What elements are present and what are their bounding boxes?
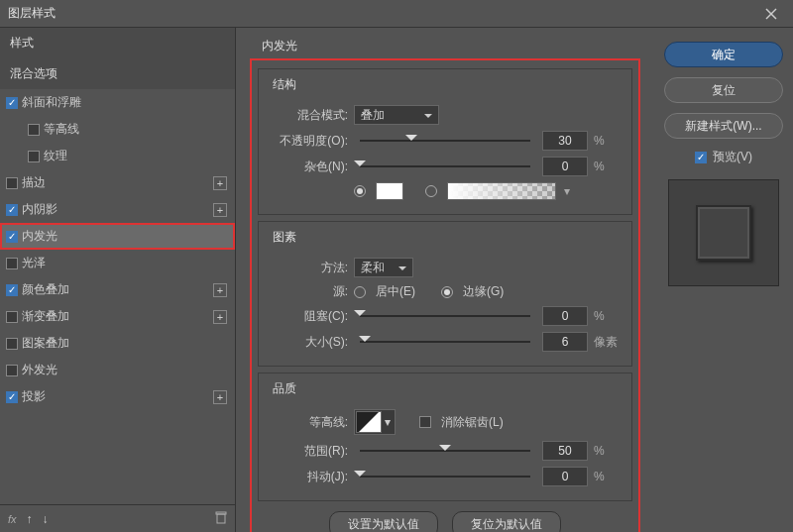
checkbox-icon[interactable]: [6, 338, 18, 350]
preview-toggle[interactable]: 预览(V): [695, 149, 752, 165]
styles-sidebar: 样式 混合选项 斜面和浮雕 等高线 纹理 描边+ 内阴影+ 内发光 光泽 颜色叠…: [0, 28, 236, 532]
blend-mode-dropdown[interactable]: 叠加: [354, 105, 439, 125]
new-style-button[interactable]: 新建样式(W)...: [664, 113, 783, 139]
opacity-slider[interactable]: [360, 133, 530, 149]
technique-dropdown[interactable]: 柔和: [354, 258, 413, 277]
add-icon[interactable]: +: [213, 310, 227, 324]
add-icon[interactable]: +: [213, 203, 227, 217]
checkbox-icon[interactable]: [695, 152, 707, 163]
trash-icon[interactable]: [215, 511, 227, 527]
panel-title: 内发光: [262, 38, 640, 54]
window-title: 图层样式: [8, 5, 757, 22]
size-input[interactable]: 6: [542, 332, 588, 352]
svg-rect-2: [217, 514, 225, 523]
add-icon[interactable]: +: [213, 176, 227, 190]
checkbox-icon[interactable]: [6, 311, 18, 323]
style-inner-glow[interactable]: 内发光: [0, 223, 235, 250]
style-gradient-overlay[interactable]: 渐变叠加+: [0, 303, 235, 330]
noise-slider[interactable]: [360, 159, 530, 174]
noise-input[interactable]: 0: [542, 157, 588, 176]
gradient-radio[interactable]: [425, 185, 437, 197]
checkbox-icon[interactable]: [28, 151, 40, 162]
checkbox-icon[interactable]: [6, 204, 18, 216]
svg-rect-3: [216, 512, 226, 514]
source-edge-radio[interactable]: [441, 286, 453, 298]
opacity-input[interactable]: 30: [542, 131, 588, 151]
close-button[interactable]: [757, 0, 785, 28]
checkbox-icon[interactable]: [6, 365, 18, 376]
style-texture[interactable]: 纹理: [0, 143, 235, 169]
add-icon[interactable]: +: [213, 390, 227, 404]
sidebar-header-blend[interactable]: 混合选项: [0, 58, 235, 89]
make-default-button[interactable]: 设置为默认值: [329, 511, 438, 532]
settings-panel: 内发光 结构 混合模式: 叠加 不透明度(O): 30 % 杂色(N): 0: [236, 28, 654, 532]
sidebar-footer: fx ↑ ↓: [0, 504, 235, 532]
color-radio[interactable]: [354, 185, 366, 197]
checkbox-icon[interactable]: [6, 231, 18, 243]
arrow-up-icon[interactable]: ↑: [27, 512, 33, 526]
choke-input[interactable]: 0: [542, 306, 588, 326]
group-quality: 品质 等高线: ▾ 消除锯齿(L) 范围(R): 50 % 抖动(J):: [258, 372, 632, 501]
choke-slider[interactable]: [360, 308, 530, 324]
size-slider[interactable]: [360, 334, 530, 350]
checkbox-icon[interactable]: [6, 177, 18, 189]
checkbox-icon[interactable]: [6, 258, 18, 269]
ok-button[interactable]: 确定: [664, 42, 783, 67]
color-swatch[interactable]: [376, 182, 403, 200]
style-outer-glow[interactable]: 外发光: [0, 357, 235, 383]
checkbox-icon[interactable]: [28, 124, 40, 136]
reset-default-button[interactable]: 复位为默认值: [452, 511, 561, 532]
style-color-overlay[interactable]: 颜色叠加+: [0, 276, 235, 303]
checkbox-icon[interactable]: [6, 97, 18, 109]
cancel-button[interactable]: 复位: [664, 77, 783, 103]
style-stroke[interactable]: 描边+: [0, 169, 235, 196]
jitter-slider[interactable]: [360, 469, 530, 484]
arrow-down-icon[interactable]: ↓: [43, 512, 49, 526]
style-drop-shadow[interactable]: 投影+: [0, 383, 235, 410]
fx-icon[interactable]: fx: [8, 513, 17, 525]
group-elements: 图素 方法: 柔和 源: 居中(E) 边缘(G) 阻塞(C): 0 %: [258, 221, 632, 367]
range-slider[interactable]: [360, 443, 530, 459]
group-structure: 结构 混合模式: 叠加 不透明度(O): 30 % 杂色(N): 0 %: [258, 68, 632, 215]
title-bar: 图层样式: [0, 0, 793, 28]
style-inner-shadow[interactable]: 内阴影+: [0, 196, 235, 223]
style-pattern-overlay[interactable]: 图案叠加: [0, 330, 235, 357]
antialias-checkbox[interactable]: [419, 416, 431, 428]
contour-picker[interactable]: ▾: [354, 409, 396, 435]
jitter-input[interactable]: 0: [542, 467, 588, 486]
style-satin[interactable]: 光泽: [0, 250, 235, 276]
style-contour[interactable]: 等高线: [0, 116, 235, 143]
add-icon[interactable]: +: [213, 283, 227, 297]
gradient-picker[interactable]: [447, 182, 556, 200]
range-input[interactable]: 50: [542, 441, 588, 461]
style-bevel[interactable]: 斜面和浮雕: [0, 89, 235, 116]
sidebar-header-styles[interactable]: 样式: [0, 28, 235, 58]
checkbox-icon[interactable]: [6, 391, 18, 403]
preview-thumbnail: [668, 179, 779, 286]
source-center-radio[interactable]: [354, 286, 366, 298]
checkbox-icon[interactable]: [6, 284, 18, 296]
right-column: 确定 复位 新建样式(W)... 预览(V): [654, 28, 793, 532]
